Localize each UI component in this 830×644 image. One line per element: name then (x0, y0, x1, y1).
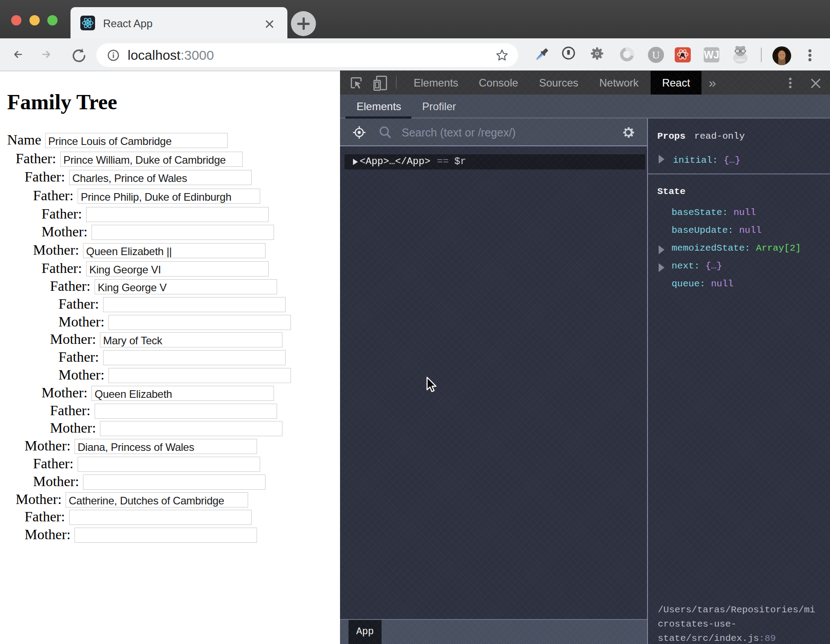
svg-text:ember: ember (735, 58, 746, 62)
